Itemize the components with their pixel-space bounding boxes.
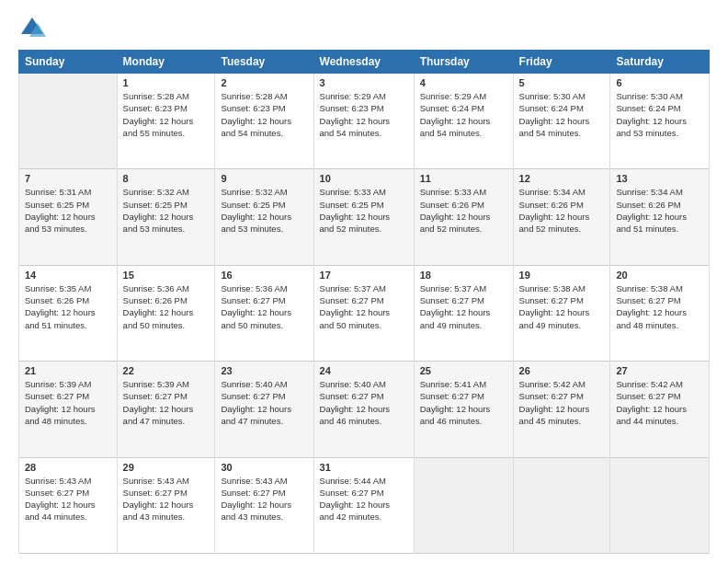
day-number: 26 [519,365,605,376]
day-info: Sunrise: 5:29 AM Sunset: 6:24 PM Dayligh… [420,90,507,139]
day-info: Sunrise: 5:34 AM Sunset: 6:26 PM Dayligh… [519,186,605,235]
day-number: 28 [25,462,111,473]
day-number: 19 [519,270,605,281]
day-number: 27 [616,365,703,376]
day-info: Sunrise: 5:40 AM Sunset: 6:27 PM Dayligh… [320,378,408,427]
cell-2-2: 16Sunrise: 5:36 AM Sunset: 6:27 PM Dayli… [215,265,313,361]
cell-0-5: 5Sunrise: 5:30 AM Sunset: 6:24 PM Daylig… [513,74,610,169]
cell-3-5: 26Sunrise: 5:42 AM Sunset: 6:27 PM Dayli… [513,362,610,457]
week-row-4: 28Sunrise: 5:43 AM Sunset: 6:27 PM Dayli… [19,457,710,553]
day-number: 14 [25,270,111,281]
day-number: 23 [221,365,307,376]
day-info: Sunrise: 5:38 AM Sunset: 6:27 PM Dayligh… [616,282,703,331]
cell-3-0: 21Sunrise: 5:39 AM Sunset: 6:27 PM Dayli… [19,362,118,457]
day-number: 24 [320,365,408,376]
cell-2-1: 15Sunrise: 5:36 AM Sunset: 6:26 PM Dayli… [117,265,215,361]
header [18,15,710,42]
day-info: Sunrise: 5:37 AM Sunset: 6:27 PM Dayligh… [320,282,408,331]
day-info: Sunrise: 5:28 AM Sunset: 6:23 PM Dayligh… [123,90,210,139]
page: SundayMondayTuesdayWednesdayThursdayFrid… [0,0,728,563]
day-number: 25 [420,365,507,376]
week-row-1: 7Sunrise: 5:31 AM Sunset: 6:25 PM Daylig… [19,169,710,265]
week-row-0: 1Sunrise: 5:28 AM Sunset: 6:23 PM Daylig… [19,74,710,169]
logo-icon [18,15,46,42]
day-info: Sunrise: 5:37 AM Sunset: 6:27 PM Dayligh… [420,282,507,331]
day-number: 10 [320,173,408,184]
cell-0-0 [19,74,118,169]
cell-0-6: 6Sunrise: 5:30 AM Sunset: 6:24 PM Daylig… [610,74,710,169]
header-day-thursday: Thursday [414,51,513,74]
cell-2-3: 17Sunrise: 5:37 AM Sunset: 6:27 PM Dayli… [313,265,414,361]
day-info: Sunrise: 5:31 AM Sunset: 6:25 PM Dayligh… [25,186,111,235]
day-info: Sunrise: 5:29 AM Sunset: 6:23 PM Dayligh… [320,90,408,139]
header-day-saturday: Saturday [610,51,710,74]
cell-1-6: 13Sunrise: 5:34 AM Sunset: 6:26 PM Dayli… [610,169,710,265]
cell-0-4: 4Sunrise: 5:29 AM Sunset: 6:24 PM Daylig… [414,74,513,169]
day-number: 11 [420,173,507,184]
day-number: 6 [616,77,703,88]
day-number: 5 [519,77,605,88]
day-info: Sunrise: 5:30 AM Sunset: 6:24 PM Dayligh… [519,90,605,139]
day-info: Sunrise: 5:39 AM Sunset: 6:27 PM Dayligh… [123,378,210,427]
day-number: 12 [519,173,605,184]
day-info: Sunrise: 5:36 AM Sunset: 6:27 PM Dayligh… [221,282,307,331]
cell-4-2: 30Sunrise: 5:43 AM Sunset: 6:27 PM Dayli… [215,457,313,553]
day-info: Sunrise: 5:44 AM Sunset: 6:27 PM Dayligh… [320,475,408,523]
day-info: Sunrise: 5:42 AM Sunset: 6:27 PM Dayligh… [519,378,605,427]
cell-1-3: 10Sunrise: 5:33 AM Sunset: 6:25 PM Dayli… [313,169,414,265]
header-day-wednesday: Wednesday [313,51,414,74]
day-info: Sunrise: 5:39 AM Sunset: 6:27 PM Dayligh… [25,378,111,427]
cell-4-1: 29Sunrise: 5:43 AM Sunset: 6:27 PM Dayli… [117,457,215,553]
day-info: Sunrise: 5:30 AM Sunset: 6:24 PM Dayligh… [616,90,703,139]
cell-3-6: 27Sunrise: 5:42 AM Sunset: 6:27 PM Dayli… [610,362,710,457]
cell-3-1: 22Sunrise: 5:39 AM Sunset: 6:27 PM Dayli… [117,362,215,457]
day-number: 18 [420,270,507,281]
day-number: 3 [320,77,408,88]
day-number: 8 [123,173,210,184]
cell-4-6 [610,457,710,553]
day-number: 20 [616,270,703,281]
cell-1-5: 12Sunrise: 5:34 AM Sunset: 6:26 PM Dayli… [513,169,610,265]
cell-4-3: 31Sunrise: 5:44 AM Sunset: 6:27 PM Dayli… [313,457,414,553]
day-number: 29 [123,462,210,473]
cell-3-3: 24Sunrise: 5:40 AM Sunset: 6:27 PM Dayli… [313,362,414,457]
day-info: Sunrise: 5:43 AM Sunset: 6:27 PM Dayligh… [221,475,307,523]
day-info: Sunrise: 5:40 AM Sunset: 6:27 PM Dayligh… [221,378,307,427]
day-info: Sunrise: 5:33 AM Sunset: 6:25 PM Dayligh… [320,186,408,235]
day-info: Sunrise: 5:32 AM Sunset: 6:25 PM Dayligh… [221,186,307,235]
header-day-sunday: Sunday [19,51,118,74]
cell-0-2: 2Sunrise: 5:28 AM Sunset: 6:23 PM Daylig… [215,74,313,169]
day-info: Sunrise: 5:35 AM Sunset: 6:26 PM Dayligh… [25,282,111,331]
cell-1-1: 8Sunrise: 5:32 AM Sunset: 6:25 PM Daylig… [117,169,215,265]
logo [18,15,50,42]
cell-0-1: 1Sunrise: 5:28 AM Sunset: 6:23 PM Daylig… [117,74,215,169]
day-number: 22 [123,365,210,376]
day-info: Sunrise: 5:32 AM Sunset: 6:25 PM Dayligh… [123,186,210,235]
day-number: 9 [221,173,307,184]
day-info: Sunrise: 5:38 AM Sunset: 6:27 PM Dayligh… [519,282,605,331]
day-number: 13 [616,173,703,184]
day-info: Sunrise: 5:34 AM Sunset: 6:26 PM Dayligh… [616,186,703,235]
header-day-friday: Friday [513,51,610,74]
day-info: Sunrise: 5:36 AM Sunset: 6:26 PM Dayligh… [123,282,210,331]
header-row: SundayMondayTuesdayWednesdayThursdayFrid… [19,51,710,74]
week-row-2: 14Sunrise: 5:35 AM Sunset: 6:26 PM Dayli… [19,265,710,361]
day-number: 7 [25,173,111,184]
day-info: Sunrise: 5:43 AM Sunset: 6:27 PM Dayligh… [123,475,210,523]
day-info: Sunrise: 5:43 AM Sunset: 6:27 PM Dayligh… [25,475,111,523]
header-day-monday: Monday [117,51,215,74]
day-number: 31 [320,462,408,473]
calendar-table: SundayMondayTuesdayWednesdayThursdayFrid… [18,50,710,554]
week-row-3: 21Sunrise: 5:39 AM Sunset: 6:27 PM Dayli… [19,362,710,457]
day-info: Sunrise: 5:42 AM Sunset: 6:27 PM Dayligh… [616,378,703,427]
day-info: Sunrise: 5:33 AM Sunset: 6:26 PM Dayligh… [420,186,507,235]
day-number: 30 [221,462,307,473]
day-number: 1 [123,77,210,88]
day-number: 17 [320,270,408,281]
day-number: 15 [123,270,210,281]
cell-2-6: 20Sunrise: 5:38 AM Sunset: 6:27 PM Dayli… [610,265,710,361]
day-number: 16 [221,270,307,281]
cell-4-5 [513,457,610,553]
header-day-tuesday: Tuesday [215,51,313,74]
cell-4-0: 28Sunrise: 5:43 AM Sunset: 6:27 PM Dayli… [19,457,118,553]
